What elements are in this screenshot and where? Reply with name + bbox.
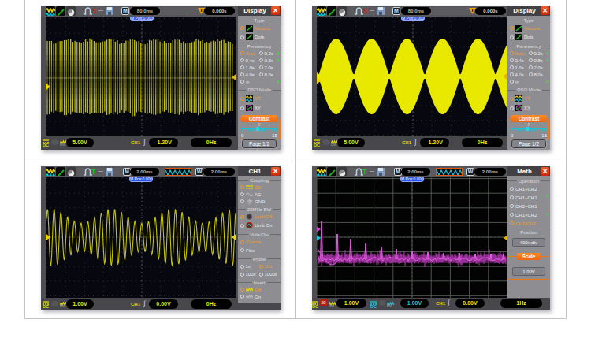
svg-text:DC: DC — [314, 143, 320, 147]
svg-text:DC: DC — [43, 143, 49, 147]
svg-text:DC: DC — [370, 304, 377, 308]
svg-text:BW: BW — [387, 304, 393, 307]
svg-text:BW: BW — [60, 143, 66, 146]
svg-text:BW: BW — [329, 304, 335, 307]
svg-text:DC: DC — [43, 304, 49, 308]
svg-text:BW: BW — [60, 304, 66, 307]
svg-text:BW: BW — [331, 143, 337, 146]
svg-text:DC: DC — [312, 304, 318, 308]
